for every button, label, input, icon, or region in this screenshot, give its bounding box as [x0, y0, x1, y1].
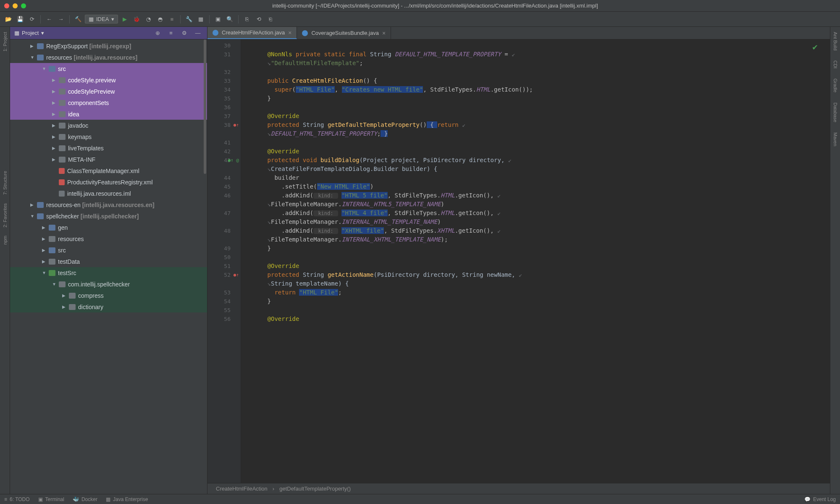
code-line[interactable]: @NonNls private static final String DEFA… — [246, 50, 830, 59]
refresh-icon[interactable]: ⟳ — [27, 14, 37, 24]
expand-arrow-icon[interactable] — [62, 304, 67, 309]
editor-tab[interactable]: CoverageSuitesBundle.java× — [297, 27, 391, 39]
line-number[interactable]: 41 — [207, 138, 241, 147]
search-icon[interactable]: 🔍 — [225, 14, 235, 24]
code-line[interactable]: @Override — [246, 147, 830, 156]
tool-maven[interactable]: Maven — [832, 131, 839, 148]
expand-arrow-icon[interactable] — [42, 236, 47, 241]
scrollbar-thumb[interactable] — [204, 39, 206, 174]
tree-node[interactable]: liveTemplates — [10, 142, 207, 154]
editor-tab[interactable]: CreateHtmlFileAction.java× — [207, 27, 297, 39]
close-tab-icon[interactable]: × — [382, 30, 386, 37]
code-line[interactable]: @Override — [246, 112, 830, 121]
code-line[interactable]: @Override — [246, 262, 830, 270]
tool-npm[interactable]: npm — [2, 234, 8, 246]
line-number[interactable]: 54 — [207, 297, 241, 306]
tree-node[interactable]: compress — [10, 290, 207, 301]
status-event-log[interactable]: 💬Event Log — [804, 496, 836, 502]
coverage-icon[interactable]: ◔ — [143, 14, 153, 24]
line-number[interactable]: 51 — [207, 262, 241, 270]
run-icon[interactable]: ▶ — [120, 14, 130, 24]
code-line[interactable] — [246, 41, 830, 50]
close-window-button[interactable] — [4, 3, 9, 8]
tree-node[interactable]: com.intellij.spellchecker — [10, 278, 207, 290]
expand-arrow-icon[interactable] — [52, 100, 57, 105]
tree-node[interactable]: src — [10, 63, 207, 74]
debug-icon[interactable]: 🐞 — [131, 14, 142, 24]
line-number[interactable]: 30 — [207, 41, 241, 50]
expand-arrow-icon[interactable] — [52, 123, 57, 128]
line-number[interactable]: 43●↑ @ — [207, 156, 241, 165]
expand-arrow-icon[interactable] — [42, 66, 47, 71]
code-line[interactable]: protected String getActionName(PsiDirect… — [246, 270, 830, 279]
line-number[interactable]: 31 — [207, 50, 241, 59]
wrench-icon[interactable]: 🔧 — [184, 14, 194, 24]
expand-arrow-icon[interactable] — [30, 202, 35, 207]
open-icon[interactable]: 📂 — [3, 14, 13, 24]
line-number[interactable]: 47 — [207, 209, 241, 218]
tree-node[interactable]: META-INF — [10, 154, 207, 165]
tool-cdi[interactable]: CDI — [832, 59, 839, 70]
code-line[interactable]: return "HTML File"; — [246, 288, 830, 297]
code-line[interactable] — [246, 253, 830, 262]
line-number[interactable] — [207, 218, 241, 226]
vcs-push-icon[interactable]: ⎗ — [265, 14, 276, 24]
gear-icon[interactable]: ⚙ — [179, 28, 189, 38]
line-number[interactable] — [207, 129, 241, 138]
line-number[interactable] — [207, 279, 241, 288]
code-line[interactable]: super("HTML File", "Creates new HTML fil… — [246, 85, 830, 94]
tree-node[interactable]: dictionary — [10, 301, 207, 312]
code-line[interactable]: ↘String templateName) { — [246, 279, 830, 288]
line-number[interactable]: 48 — [207, 226, 241, 235]
expand-arrow-icon[interactable] — [62, 293, 67, 298]
vcs-icon[interactable]: ⎘ — [242, 14, 252, 24]
status-docker[interactable]: 🐳Docker — [73, 496, 97, 502]
breadcrumb-item[interactable]: getDefaultTemplateProperty() — [279, 486, 351, 492]
line-number[interactable] — [207, 200, 241, 209]
tree-node[interactable]: resources-en [intellij.java.resources.en… — [10, 199, 207, 210]
expand-arrow-icon[interactable] — [42, 225, 47, 230]
code-line[interactable]: .addKind( kind: "XHTML file", StdFileTyp… — [246, 226, 830, 235]
stop-icon[interactable]: ■ — [167, 14, 177, 24]
code-line[interactable]: ↘DEFAULT_HTML_TEMPLATE_PROPERTY; } — [246, 129, 830, 138]
code-line[interactable]: builder — [246, 173, 830, 182]
hide-icon[interactable]: — — [193, 28, 203, 38]
tree-node[interactable]: resources — [10, 233, 207, 244]
line-number[interactable]: 36 — [207, 103, 241, 112]
line-number[interactable]: 50 — [207, 253, 241, 262]
status-javaee[interactable]: ▦Java Enterprise — [106, 496, 148, 502]
back-icon[interactable]: ← — [44, 14, 54, 24]
code-line[interactable]: .addKind( kind: "HTML 5 file", StdFileTy… — [246, 191, 830, 200]
expand-arrow-icon[interactable] — [52, 157, 57, 162]
line-number[interactable]: 33 — [207, 76, 241, 85]
expand-arrow-icon[interactable] — [30, 55, 35, 60]
save-icon[interactable]: 💾 — [15, 14, 25, 24]
breadcrumb-item[interactable]: CreateHtmlFileAction — [216, 486, 268, 492]
code-line[interactable] — [246, 138, 830, 147]
tree-node[interactable]: idea — [10, 108, 207, 120]
line-number[interactable]: 53 — [207, 288, 241, 297]
line-number[interactable]: 55 — [207, 306, 241, 315]
expand-arrow-icon[interactable] — [52, 146, 57, 150]
expand-arrow-icon[interactable] — [42, 259, 47, 264]
gutter[interactable]: 303132333435363738●↑414243●↑ @4445464748… — [207, 39, 241, 483]
line-number[interactable]: 45 — [207, 182, 241, 191]
line-number[interactable]: 52●↑ — [207, 270, 241, 279]
code-line[interactable]: .setTitle("New HTML File") — [246, 182, 830, 191]
project-tree[interactable]: RegExpSupport [intellij.regexp]resources… — [10, 39, 207, 494]
line-number[interactable]: 44 — [207, 173, 241, 182]
tree-node[interactable]: RegExpSupport [intellij.regexp] — [10, 40, 207, 52]
line-number[interactable]: 38●↑ — [207, 121, 241, 129]
run-config-selector[interactable]: ▦ IDEA ▾ — [85, 15, 118, 24]
tree-node[interactable]: componentSets — [10, 97, 207, 108]
expand-arrow-icon[interactable] — [52, 282, 57, 286]
gutter-marker-icon[interactable]: ●↑ @ — [228, 158, 239, 163]
expand-arrow-icon[interactable] — [42, 270, 47, 275]
code-line[interactable]: } — [246, 244, 830, 253]
line-number[interactable] — [207, 165, 241, 173]
tree-node[interactable]: testSrc — [10, 267, 207, 278]
tree-node[interactable]: javadoc — [10, 120, 207, 131]
line-number[interactable]: 32 — [207, 68, 241, 76]
gutter-marker-icon[interactable]: ●↑ — [234, 122, 239, 128]
line-number[interactable]: 49 — [207, 244, 241, 253]
